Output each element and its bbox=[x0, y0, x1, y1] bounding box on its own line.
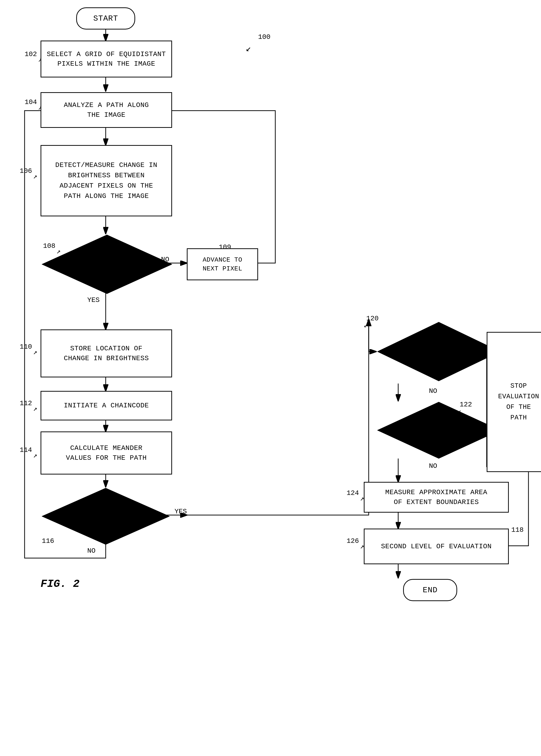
label-116-no: NO bbox=[87, 547, 96, 555]
decision-122: VERTICALEXTENT EXCEEDTHRESHOLD? bbox=[376, 401, 501, 460]
process-112: INITIATE A CHAINCODE bbox=[41, 391, 172, 420]
ref-104: 104 bbox=[25, 98, 37, 106]
process-109: ADVANCE TONEXT PIXEL bbox=[187, 248, 258, 280]
label-108-no: NO bbox=[161, 256, 169, 263]
process-110: STORE LOCATION OFCHANGE IN BRIGHTNESS bbox=[41, 330, 172, 378]
label-116-yes: YES bbox=[175, 508, 187, 515]
decision-116: MEANDERVALUES EXCEEDTHRESHOLD? bbox=[41, 487, 171, 546]
process-124: MEASURE APPROXIMATE AREAOF EXTENT BOUNDA… bbox=[364, 482, 509, 512]
process-102: SELECT A GRID OF EQUIDISTANTPIXELS WITHI… bbox=[41, 41, 172, 77]
end-terminal: END bbox=[403, 579, 457, 601]
process-118: STOPEVALUATIONOF THEPATH bbox=[487, 332, 541, 472]
ref-100: 100 bbox=[258, 33, 270, 41]
ref-110: 110 bbox=[20, 343, 32, 351]
label-120-no: NO bbox=[429, 387, 437, 395]
process-106: DETECT/MEASURE CHANGE INBRIGHTNESS BETWE… bbox=[41, 145, 172, 216]
ref-114: 114 bbox=[20, 446, 32, 454]
decision-108: DOESCHANGE IN BRIGHTNESSEXCEED THRESHOLD… bbox=[41, 234, 173, 295]
decision-120: HORIZONTALEXTENT(S) EXCEEDTHRESHOLD? bbox=[376, 321, 501, 382]
figure-label: FIG. 2 bbox=[41, 578, 79, 590]
ref-100-arrow: ↙ bbox=[246, 43, 251, 54]
flowchart-diagram: START 100 ↙ 102 ↗ SELECT A GRID OF EQUID… bbox=[0, 0, 541, 756]
ref-106-arrow: ↗ bbox=[33, 172, 37, 181]
process-104: ANALYZE A PATH ALONGTHE IMAGE bbox=[41, 92, 172, 128]
ref-112-arrow: ↗ bbox=[33, 404, 37, 413]
ref-118: 118 bbox=[511, 526, 524, 534]
process-126: SECOND LEVEL OF EVALUATION bbox=[364, 528, 509, 564]
ref-106: 106 bbox=[20, 167, 32, 175]
process-114: CALCULATE MEANDERVALUES FOR THE PATH bbox=[41, 431, 172, 474]
label-122-no: NO bbox=[429, 462, 437, 470]
ref-126: 126 bbox=[346, 537, 359, 545]
label-108-yes: YES bbox=[87, 296, 100, 304]
ref-102: 102 bbox=[25, 50, 37, 58]
ref-112: 112 bbox=[20, 399, 32, 407]
ref-110-arrow: ↗ bbox=[33, 348, 37, 356]
ref-114-arrow: ↗ bbox=[33, 451, 37, 459]
ref-124: 124 bbox=[346, 489, 359, 497]
start-terminal: START bbox=[76, 7, 135, 30]
ref-120-arrow: ↙ bbox=[364, 321, 368, 329]
